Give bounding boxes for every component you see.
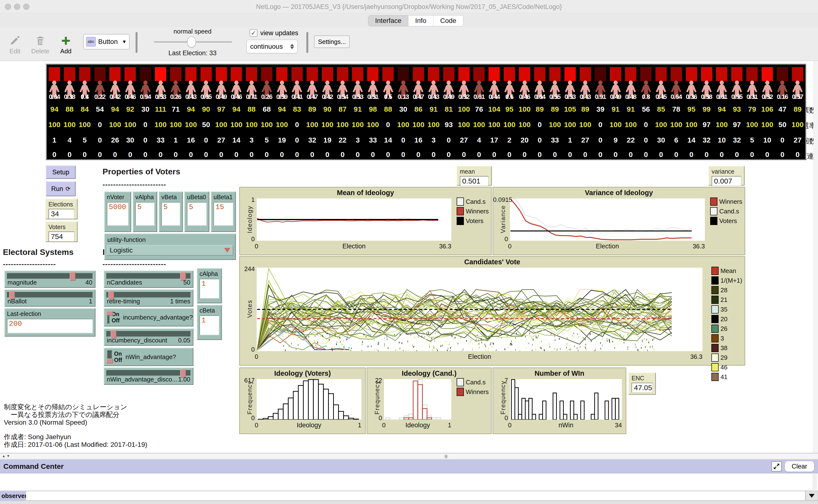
observer-prompt-label[interactable]: observer> xyxy=(0,491,26,501)
loss-streak: 0 xyxy=(305,150,320,159)
win-rate: 50 xyxy=(199,121,214,129)
win-count: 32 xyxy=(305,136,320,144)
vote-share-patch xyxy=(185,67,197,81)
candidate-ideology-value: 0.64 xyxy=(669,93,684,101)
vote-count: 91 xyxy=(608,105,623,113)
win-rate: 100 xyxy=(608,121,623,129)
candidate-ideology-value: 0.42 xyxy=(320,93,335,101)
switch-track[interactable] xyxy=(107,350,112,363)
incumbency-discount-slider[interactable]: incumbency_discount0.05 xyxy=(104,328,193,346)
y-axis-label: Frequency xyxy=(499,381,507,415)
widget-type-dropdown[interactable]: abc Button ▼ xyxy=(83,34,130,49)
legend-swatch xyxy=(457,217,464,225)
setup-button[interactable]: Setup xyxy=(46,165,76,179)
candidate-ideology-value: 0.47 xyxy=(411,93,426,101)
tab-info[interactable]: Info xyxy=(408,15,433,26)
last-election-input[interactable]: Last-election 200 xyxy=(4,308,96,337)
delete-button[interactable]: Delete xyxy=(29,31,51,55)
vote-share-patch xyxy=(291,67,303,81)
vote-share-patch xyxy=(124,67,136,81)
expand-command-center-button[interactable] xyxy=(771,461,782,471)
candidate-ideology-value: 0.43 xyxy=(426,93,441,101)
vote-share-patch xyxy=(246,67,257,81)
splitter-grip[interactable] xyxy=(445,455,447,458)
win-rate: 100 xyxy=(684,121,699,129)
command-center-output[interactable] xyxy=(0,473,818,491)
y-min-tick: 0 xyxy=(240,414,255,422)
vbeta-input[interactable]: vBeta 5 xyxy=(159,191,183,232)
win-rate: 100 xyxy=(547,121,563,129)
settings-button[interactable]: Settings... xyxy=(314,35,350,48)
tab-code[interactable]: Code xyxy=(433,15,463,26)
netlogo-world-view[interactable]: 0.640.380.40.220.420.460.940.530.260.430… xyxy=(46,64,806,160)
vote-share-patch xyxy=(686,67,697,81)
calpha-input[interactable]: cAlpha 1 xyxy=(197,268,222,303)
candidate-ideology-value: 0.71 xyxy=(244,93,259,101)
nvoter-input[interactable]: nVoter 5000 xyxy=(104,191,131,232)
ubeta1-input[interactable]: uBeta1 15 xyxy=(211,191,236,232)
edit-button[interactable]: Edit xyxy=(5,31,25,55)
win-count: 14 xyxy=(380,136,396,144)
candidate-ideology-value: 0.59 xyxy=(274,93,289,101)
command-history-dropdown[interactable] xyxy=(805,491,818,501)
command-input[interactable] xyxy=(26,491,805,501)
last-election-value[interactable]: 200 xyxy=(7,319,93,333)
win-count: 9 xyxy=(608,136,623,144)
nballot-slider[interactable]: nBallot1 xyxy=(4,289,96,307)
candidate-ideology-value: 0.49 xyxy=(214,93,229,101)
plot-candidates-vote: Candidates' Vote2440Votes036.3ElectionMe… xyxy=(239,256,745,366)
win-count: 5 xyxy=(259,136,274,144)
win-rate: 100 xyxy=(472,121,487,129)
run-forever-button[interactable]: Run⟳ xyxy=(46,181,76,196)
candidate-ideology-value: 0.65 xyxy=(199,93,214,101)
clear-button[interactable]: Clear xyxy=(784,461,814,472)
splitter-arrows-icon[interactable]: ▲▼ xyxy=(2,454,11,458)
incumbency-advantage-switch[interactable]: OnOff incumbency_advantage? xyxy=(104,308,193,327)
switch-knob[interactable] xyxy=(106,359,113,363)
update-mode-dropdown[interactable]: continuous xyxy=(247,40,298,53)
add-widget-button[interactable]: Add xyxy=(57,31,74,55)
vote-share-patch xyxy=(610,67,621,81)
speed-slider-thumb[interactable] xyxy=(187,36,196,48)
magnitude-slider[interactable]: magnitude40 xyxy=(4,271,96,288)
ncandidates-slider[interactable]: nCandidates50 xyxy=(104,271,193,288)
win-rate: 0 xyxy=(138,121,153,129)
view-updates-checkbox[interactable]: ✓ xyxy=(250,29,257,37)
win-count: 3 xyxy=(426,136,441,144)
retire-timing-slider[interactable]: retire-timing1 times xyxy=(104,289,193,307)
win-count: 26 xyxy=(108,136,123,144)
legend-swatch xyxy=(711,373,719,381)
nwin-advantage-switch[interactable]: OnOff nWin_advantage? xyxy=(104,348,193,366)
tab-interface[interactable]: Interface xyxy=(368,15,408,26)
win-count: 0 xyxy=(138,136,153,144)
plot-number-of-win: Number of WIn70Frequency034nWin xyxy=(493,368,626,434)
vote-count: 104 xyxy=(487,105,502,113)
win-count: 1 xyxy=(563,136,578,144)
vote-count: 100 xyxy=(517,105,532,113)
vote-count: 56 xyxy=(638,105,653,113)
ubeta0-input[interactable]: uBeta0 5 xyxy=(184,191,209,232)
loss-streak: 0 xyxy=(138,150,153,159)
command-center-splitter[interactable]: ▲▼ xyxy=(0,453,818,459)
vote-count: 79 xyxy=(744,105,760,113)
cbeta-input[interactable]: cBeta 1 xyxy=(197,305,222,340)
plot-legend: WinnersCand.sVoters xyxy=(710,198,742,225)
vote-count: 95 xyxy=(684,105,699,113)
valpha-input[interactable]: vAlpha 5 xyxy=(133,191,157,232)
loss-streak: 0 xyxy=(229,150,244,159)
output-scrollbar[interactable] xyxy=(813,474,817,490)
vote-share-patch xyxy=(140,67,151,81)
legend-entry: 28 xyxy=(711,286,742,294)
candidate-ideology-value: 0.53 xyxy=(563,93,578,101)
nwin-advantage-discount-slider[interactable]: nWin_advantage_disco...1.00 xyxy=(104,368,193,385)
interface-scrollbar[interactable] xyxy=(813,61,818,453)
win-count: 6 xyxy=(669,136,684,144)
utility-function-chooser[interactable]: utility-function Logistic xyxy=(104,233,236,260)
candidate-ideology-value: 0.49 xyxy=(441,93,456,101)
vote-share-patch xyxy=(109,67,121,81)
switch-knob[interactable] xyxy=(106,311,113,316)
switch-track[interactable] xyxy=(107,311,110,324)
candidate-ideology-value: 0.44 xyxy=(487,93,502,101)
win-count: 17 xyxy=(487,136,502,144)
win-count: 0 xyxy=(441,136,456,144)
